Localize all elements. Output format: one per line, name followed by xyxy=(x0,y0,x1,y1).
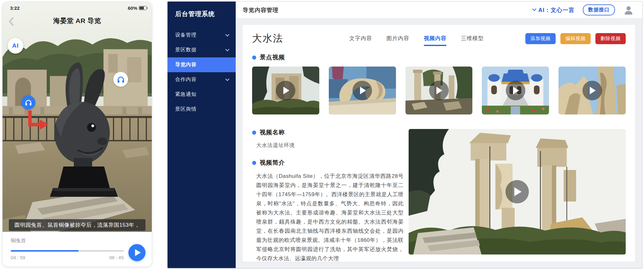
user-avatar[interactable] xyxy=(623,5,634,15)
spot-title: 大水法 xyxy=(252,32,283,45)
section-video-name: 视频名称 xyxy=(252,128,404,137)
video-detail: 视频名称 大水法遗址环境 视频简介 大水法（Dashuifa Site），位于北… xyxy=(252,128,626,263)
time-row: 04 : 59 08 : 45 xyxy=(11,255,124,260)
chevron-down-icon xyxy=(225,47,229,51)
ai-model-label: AI：文心一言 xyxy=(538,6,575,14)
play-overlay xyxy=(429,81,449,100)
chevron-down-icon xyxy=(225,77,229,81)
progress-bar[interactable] xyxy=(11,250,124,252)
sidebar: 后台管理系统 设备管理 景区数据 导览内容 合作内容 紧急通知 景区舆情 xyxy=(168,2,236,268)
battery-indicator: 60% xyxy=(128,5,147,11)
ar-camera-view: 3:22 60% 海晏堂 AR 导览 AI xyxy=(3,2,152,232)
audio-guide-button-active[interactable] xyxy=(21,96,35,109)
tab-3d-model[interactable]: 三维模型 xyxy=(461,35,484,43)
sidebar-item-device-management[interactable]: 设备管理 xyxy=(168,28,236,43)
ai-assistant-button[interactable]: AI xyxy=(8,38,23,54)
play-overlay xyxy=(276,81,295,100)
content-card: 大水法 文字内容 图片内容 视频内容 三维模型 添加视频 编辑视频 删除视频 xyxy=(243,25,635,262)
play-icon xyxy=(590,87,596,94)
ai-model-selector[interactable]: AI：文心一言 xyxy=(533,6,575,14)
video-thumbnail-3[interactable] xyxy=(405,67,473,114)
video-intro-text: 大水法（Dashuifa Site），位于北京市海淀区清华西路28号圆明园海晏堂… xyxy=(256,172,404,263)
video-thumbnail-5[interactable] xyxy=(558,67,626,114)
delete-video-button[interactable]: 删除视频 xyxy=(595,33,626,44)
headphones-icon xyxy=(117,75,125,84)
audio-player: 铜兔首 04 : 59 08 : 45 xyxy=(3,232,152,266)
chevron-down-icon xyxy=(225,32,229,37)
play-icon xyxy=(135,249,141,256)
sidebar-item-cooperation-content[interactable]: 合作内容 xyxy=(168,72,236,87)
play-overlay xyxy=(582,81,602,100)
video-thumbnail-2[interactable] xyxy=(329,67,396,114)
ar-subtitle: 圆明园兔首、鼠首铜像被掠夺后，流落异国153年， xyxy=(9,219,145,231)
play-overlay xyxy=(506,81,525,100)
section-video-intro: 视频简介 xyxy=(252,159,404,167)
progress-fill xyxy=(11,250,79,252)
sidebar-item-scenic-data[interactable]: 景区数据 xyxy=(168,43,236,57)
page-title: 海晏堂 AR 导览 xyxy=(3,16,152,25)
battery-percent: 60% xyxy=(128,5,137,11)
total-time: 08 : 45 xyxy=(109,255,124,260)
play-icon xyxy=(283,87,289,94)
bullet-dot-icon xyxy=(252,56,256,60)
sidebar-item-guide-content[interactable]: 导览内容 xyxy=(168,57,236,72)
ar-scene-image xyxy=(3,2,152,232)
phone-panel: 3:22 60% 海晏堂 AR 导览 AI xyxy=(3,2,152,266)
video-thumbnail-1[interactable] xyxy=(252,67,319,114)
clock: 3:22 xyxy=(10,5,20,11)
track-name: 铜兔首 xyxy=(11,237,26,244)
top-header: 导览内容管理 AI：文心一言 数据接口 xyxy=(236,2,642,19)
phone-nav: 海晏堂 AR 导览 xyxy=(3,16,152,26)
play-icon xyxy=(513,87,519,94)
person-icon xyxy=(623,5,634,15)
edit-video-button[interactable]: 编辑视频 xyxy=(560,33,591,44)
bullet-dot-icon xyxy=(252,161,256,165)
play-icon xyxy=(514,187,522,196)
tab-video-content[interactable]: 视频内容 xyxy=(424,35,446,43)
content-tabs: 文字内容 图片内容 视频内容 三维模型 xyxy=(349,35,484,43)
chevron-down-icon xyxy=(532,7,536,11)
play-overlay xyxy=(505,180,529,203)
audio-guide-button[interactable] xyxy=(113,72,128,87)
content-area: 大水法 文字内容 图片内容 视频内容 三维模型 添加视频 编辑视频 删除视频 xyxy=(236,19,642,268)
admin-main: 导览内容管理 AI：文心一言 数据接口 大水法 xyxy=(236,2,642,268)
video-thumbnail-4[interactable] xyxy=(482,67,549,114)
video-thumbnail-list xyxy=(252,67,626,114)
sidebar-nav: 设备管理 景区数据 导览内容 合作内容 紧急通知 景区舆情 xyxy=(168,28,236,117)
add-video-button[interactable]: 添加视频 xyxy=(525,33,556,44)
admin-panel: 后台管理系统 设备管理 景区数据 导览内容 合作内容 紧急通知 景区舆情 xyxy=(168,2,642,268)
video-preview[interactable] xyxy=(409,129,626,254)
play-button[interactable] xyxy=(128,244,145,261)
header-title: 导览内容管理 xyxy=(243,6,279,14)
play-icon xyxy=(360,87,366,94)
status-bar: 3:22 60% xyxy=(3,4,152,11)
sidebar-title: 后台管理系统 xyxy=(168,2,236,28)
action-buttons: 添加视频 编辑视频 删除视频 xyxy=(525,33,626,44)
bullet-dot-icon xyxy=(252,131,256,135)
sidebar-item-public-opinion[interactable]: 景区舆情 xyxy=(168,102,236,117)
play-icon xyxy=(436,87,442,94)
tab-image-content[interactable]: 图片内容 xyxy=(387,35,409,43)
current-time: 04 : 59 xyxy=(11,255,25,260)
sidebar-item-emergency-notice[interactable]: 紧急通知 xyxy=(168,87,236,102)
headphones-icon xyxy=(25,99,32,106)
section-spot-videos: 景点视频 xyxy=(252,53,626,61)
battery-icon xyxy=(139,6,147,10)
data-api-button[interactable]: 数据接口 xyxy=(583,4,615,15)
tab-text-content[interactable]: 文字内容 xyxy=(349,35,372,43)
play-overlay xyxy=(352,81,372,100)
card-header: 大水法 文字内容 图片内容 视频内容 三维模型 添加视频 编辑视频 删除视频 xyxy=(252,32,626,45)
video-name-value: 大水法遗址环境 xyxy=(256,142,404,149)
